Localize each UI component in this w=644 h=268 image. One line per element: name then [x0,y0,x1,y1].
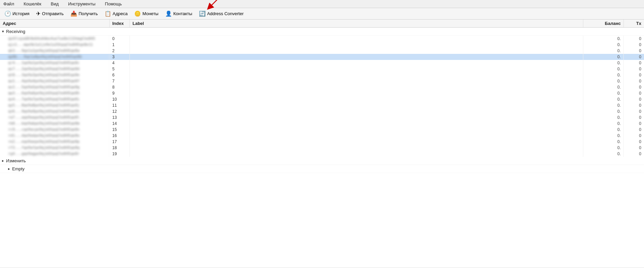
table-row[interactable]: re2...eqe9aepe9qjmShpqChe845qe8p170.0 [0,139,644,145]
index-cell: 2 [110,48,130,54]
index-cell: 11 [110,102,130,108]
address-cell: qz6...9qe9a9pe9qjmShpqChe845qe8k [0,108,110,114]
tx-cell: 0 [624,36,644,42]
address-cell: rg4...gqe9agpe9qjmShpqChe845qe8r [0,151,110,157]
index-cell: 8 [110,84,130,90]
table-row[interactable]: qu1...4qe9a4pe9qjmShpqChe845qe8f70.0 [0,78,644,84]
balance-cell: 0. [583,133,624,139]
tx-cell: 0 [624,66,644,72]
group-row-change[interactable]: ▸Изменить [0,157,644,165]
index-cell: 17 [110,139,130,145]
address-cell: re2...eqe9aepe9qjmShpqChe845qe8p [0,139,110,145]
balance-cell: 0. [583,48,624,54]
table-row[interactable]: rc9...cqe9acpe9qjmShpqChe845qe8n150.0 [0,127,644,133]
balance-cell: 0. [583,96,624,102]
address-converter-button[interactable]: 🔄 Address Converter [196,9,246,18]
label-cell [130,72,583,78]
address-cell: qt8...3qe9a3pe9qjmShpqChe845qe8e [0,72,110,78]
table-body: ▾Receivingqe4fcqsm8h9e64xA4ms4ue7ue8e11S… [0,28,644,267]
address-cell: ra7...aqe9aape9qjmShpqChe845qe8l [0,114,110,121]
menu-help[interactable]: Помощь [103,1,124,7]
table-row[interactable]: ra7...aqe9aape9qjmShpqChe845qe8l130.0 [0,114,644,121]
col-label[interactable]: Label [130,20,583,27]
main-content: Адрес Index Label Баланс Tx ▾Receivingqe… [0,20,644,267]
send-button[interactable]: ✈ Отправить [33,9,66,18]
table-row[interactable]: qk3...9qe1a1pe9qjmShpqChe845qe8a20.0 [0,48,644,54]
coins-icon: 🪙 [134,10,141,17]
table-row[interactable]: rg4...gqe9agpe9qjmShpqChe845qe8r190.0 [0,151,644,157]
table-row[interactable]: qt8...3qe9a3pe9qjmShpqChe845qe8e60.0 [0,72,644,78]
addresses-icon: 📋 [105,10,111,17]
address-cell: rb8...bqe9abpe9qjmShpqChe845qe8m [0,121,110,127]
table-row[interactable]: qv2...5qe9a5pe9qjmShpqChe845qe8g80.0 [0,84,644,90]
label-cell [130,90,583,96]
col-index[interactable]: Index [110,20,130,27]
col-balance[interactable]: Баланс [583,20,624,27]
receive-label: Получить [79,11,98,16]
history-button[interactable]: 🕐 История [1,9,32,18]
send-icon: ✈ [36,10,40,17]
tx-cell: 0 [624,151,644,157]
index-cell: 15 [110,127,130,133]
index-cell: 6 [110,72,130,78]
tx-cell: 0 [624,114,644,121]
table-row[interactable]: qy5...8qe9a8pe9qjmShpqChe845qe8j110.0 [0,102,644,108]
table-row[interactable]: rb8...bqe9abpe9qjmShpqChe845qe8m140.0 [0,121,644,127]
balance-cell: 0. [583,114,624,121]
address-cell: rd1...dqe9adpe9qjmShpqChe845qe8o [0,133,110,139]
label-cell [130,151,583,157]
table-row[interactable]: qs7...2qe9a2pe9qjmShpqChe845qe8d50.0 [0,66,644,72]
label-cell [130,127,583,133]
menu-file[interactable]: Файл [1,1,16,7]
table-row[interactable]: qz6...9qe9a9pe9qjmShpqChe845qe8k120.0 [0,108,644,114]
label-cell [130,108,583,114]
table-row[interactable]: qr4...1qe9a1pe9qjmShpqChe845qe8c40.0 [0,60,644,66]
label-cell [130,133,583,139]
index-cell: 12 [110,108,130,114]
table-row[interactable]: qe4fcqsm8h9e64xA4ms4ue7ue8e11ShmgChe8450… [0,36,644,42]
table-row[interactable]: qw3...6qe9a6pe9qjmShpqChe845qe8h90.0 [0,90,644,96]
tx-cell: 0 [624,96,644,102]
index-cell: 16 [110,133,130,139]
menu-tools[interactable]: Инструменты [66,1,97,7]
coins-button[interactable]: 🪙 Монеты [131,9,161,18]
tx-cell: 0 [624,90,644,96]
table-row[interactable]: rf3...fqe9afpe9qjmShpqChe845qe8q180.0 [0,145,644,151]
address-cell: rf3...fqe9afpe9qjmShpqChe845qe8q [0,145,110,151]
label-cell [130,48,583,54]
label-cell [130,66,583,72]
tx-cell: 0 [624,48,644,54]
table-row[interactable]: qx4...7qe9a7pe9qjmShpqChe845qe8i100.0 [0,96,644,102]
balance-cell: 0. [583,139,624,145]
menu-view[interactable]: Вид [49,1,61,7]
address-cell: qu1...4qe9a4pe9qjmShpqChe845qe8f [0,78,110,84]
history-label: История [12,11,29,16]
send-label: Отправить [42,11,63,16]
col-address[interactable]: Адрес [0,20,110,27]
table-row[interactable]: qjx1...mpe9e1a1je9e1a3ShpqChe845qe8e1110… [0,42,644,48]
group-row-empty[interactable]: ▸Empty [0,165,644,173]
address-cell: qx4...7qe9a7pe9qjmShpqChe845qe8i [0,96,110,102]
index-cell: 13 [110,114,130,121]
group-label: Empty [12,166,25,171]
tx-cell: 0 [624,42,644,48]
tx-cell: 0 [624,72,644,78]
index-cell: 5 [110,66,130,72]
label-cell [130,84,583,90]
address-cell: qk3...9qe1a1pe9qjmShpqChe845qe8a [0,48,110,54]
balance-cell: 0. [583,108,624,114]
label-cell [130,145,583,151]
table-row[interactable]: rd1...dqe9adpe9qjmShpqChe845qe8o160.0 [0,133,644,139]
contacts-button[interactable]: 👤 Контакты [162,9,195,18]
addresses-button[interactable]: 📋 Адреса [101,9,130,18]
addresses-label: Адреса [113,11,127,16]
table-row[interactable]: qp8b...9qe1a8pe9qjmShpqChe845qe8b30.0 [0,54,644,60]
group-row-receiving[interactable]: ▾Receiving [0,28,644,36]
tx-cell: 0 [624,121,644,127]
toolbar: 🕐 История ✈ Отправить 📥 Получить 📋 Адрес… [0,8,644,20]
tx-cell: 0 [624,84,644,90]
menu-wallet[interactable]: Кошелёк [22,1,43,7]
col-tx[interactable]: Tx [624,20,644,27]
receive-button[interactable]: 📥 Получить [67,9,101,18]
balance-cell: 0. [583,36,624,42]
